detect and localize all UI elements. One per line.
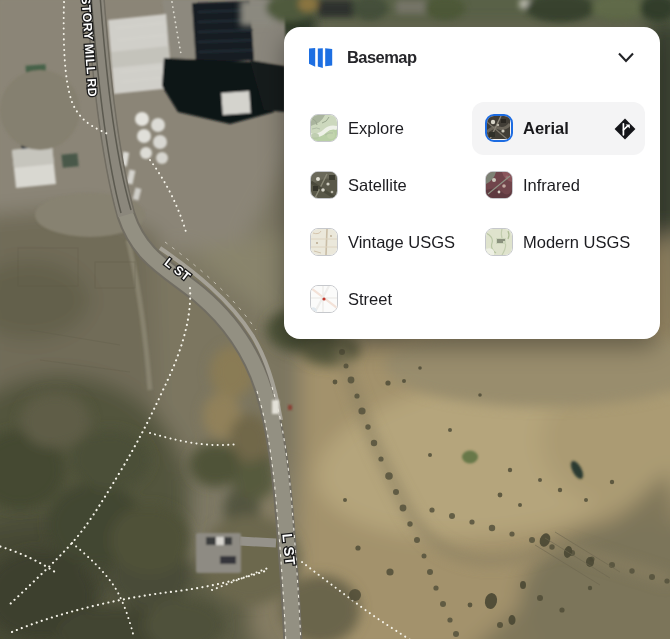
svg-text:L ST: L ST [279,533,298,567]
